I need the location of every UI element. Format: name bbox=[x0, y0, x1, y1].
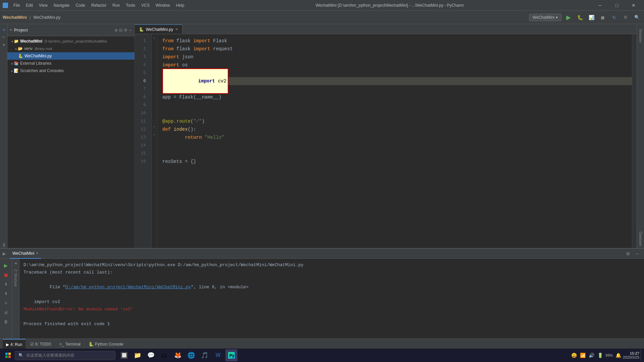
menu-navigate[interactable]: Navigate bbox=[51, 2, 72, 9]
show-desktop-button[interactable] bbox=[641, 350, 643, 361]
run-again-button[interactable]: ▶ bbox=[2, 261, 10, 269]
taskbar-app-pycharm[interactable]: Py bbox=[225, 349, 237, 361]
debug-button[interactable]: 🐛 bbox=[576, 13, 584, 22]
taskbar-search[interactable]: 🔍 在这里输入你要搜索的内容 bbox=[15, 351, 115, 360]
code-line-3[interactable]: import json bbox=[162, 53, 632, 61]
sidebar-structure-icon[interactable]: ≡ bbox=[1, 34, 7, 40]
code-line-7[interactable] bbox=[162, 85, 632, 93]
systray-volume[interactable]: 🔊 bbox=[588, 352, 595, 359]
bottom-tab-terminal[interactable]: >_ Terminal bbox=[56, 339, 84, 350]
taskbar-app-cortana[interactable]: 🔲 bbox=[118, 349, 130, 361]
run-print-button[interactable]: 🖨 bbox=[2, 308, 10, 316]
code-line-13[interactable]: return "Hello" bbox=[162, 133, 632, 141]
menu-help[interactable]: Help bbox=[173, 2, 187, 9]
code-line-15[interactable] bbox=[162, 149, 632, 158]
settings-icon-panel[interactable]: ⚙ bbox=[124, 28, 127, 33]
systray-emoji[interactable]: 😀 bbox=[571, 352, 577, 359]
run-soft-wrap-button[interactable]: ≡ bbox=[2, 299, 10, 307]
run-with-coverage-button[interactable]: 📊 bbox=[587, 13, 596, 22]
collapse-all-icon[interactable]: ⊟ bbox=[119, 28, 122, 33]
systray-action-center[interactable]: 🔔 bbox=[615, 352, 622, 359]
search-everywhere-icon[interactable]: 🔍 bbox=[633, 13, 641, 22]
z-structure-label[interactable]: Z: Structure bbox=[13, 268, 18, 288]
bottom-tab-python-console[interactable]: 🐍 Python Console bbox=[85, 339, 127, 350]
sidebar-project-icon[interactable]: P bbox=[1, 27, 7, 33]
code-line-8[interactable]: app = Flask(__name__) bbox=[162, 93, 632, 101]
run-file-link[interactable]: D:/am/hm_python_project/WechatMini/WeCha… bbox=[65, 285, 191, 290]
code-line-16[interactable]: resSets = {} bbox=[162, 158, 632, 166]
menu-tools[interactable]: Tools bbox=[123, 2, 138, 9]
code-line-2[interactable]: from flask import request bbox=[162, 45, 632, 53]
menu-edit[interactable]: Edit bbox=[23, 2, 36, 9]
run-settings-icon[interactable]: ⚙ bbox=[624, 250, 632, 258]
run-tab-wechatmini[interactable]: WeChatMini ✕ bbox=[10, 249, 41, 259]
settings-icon[interactable]: ⚙ bbox=[621, 13, 630, 22]
bottom-tab-run[interactable]: ▶ 4: Run bbox=[3, 339, 25, 350]
start-button[interactable] bbox=[1, 349, 15, 362]
run-tab-close-icon[interactable]: ✕ bbox=[36, 251, 39, 255]
code-line-10[interactable] bbox=[162, 109, 632, 117]
editor-tab-wechatmini[interactable]: 🐍 WeChatMini.py ✕ bbox=[135, 24, 182, 34]
taskbar-app-wechat[interactable]: 💬 bbox=[145, 349, 157, 361]
sidebar-favorites-icon[interactable]: ★ bbox=[1, 42, 7, 48]
run-scroll-up-button[interactable]: ⬆ bbox=[2, 290, 10, 298]
right-tab-structure[interactable]: Structure bbox=[638, 27, 643, 45]
hide-panel-icon[interactable]: ─ bbox=[129, 28, 132, 33]
taskbar-clock[interactable]: 15:27 2020/3/25 bbox=[622, 351, 641, 359]
taskbar-search-placeholder: 在这里输入你要搜索的内容 bbox=[26, 353, 74, 358]
tree-external-libraries[interactable]: ▸ 📚 External Libraries bbox=[7, 60, 135, 67]
tree-root[interactable]: ▾ 📁 WechatMini D:\am\hm_python_project\W… bbox=[7, 38, 135, 45]
taskbar-app-music[interactable]: 🎵 bbox=[199, 349, 211, 361]
stop-button[interactable]: ◼ bbox=[598, 13, 607, 22]
tree-wechatmini-py[interactable]: 🐍 WeChatMini.py bbox=[7, 52, 135, 60]
code-line-9[interactable] bbox=[162, 101, 632, 109]
menu-vcs[interactable]: VCS bbox=[139, 2, 152, 9]
kw-from-1: from bbox=[162, 37, 174, 45]
search-icon: 🔍 bbox=[18, 353, 23, 358]
menu-view[interactable]: View bbox=[36, 2, 50, 9]
taskbar-app-edge[interactable]: 🌐 bbox=[185, 349, 197, 361]
menu-run[interactable]: Run bbox=[110, 2, 122, 9]
menu-file[interactable]: File bbox=[11, 2, 22, 9]
code-line-12[interactable]: def index(): bbox=[162, 125, 632, 133]
tree-venv[interactable]: ▸ 📂 venv library root bbox=[7, 45, 135, 52]
taskbar-app-firefox[interactable]: 🦊 bbox=[172, 349, 184, 361]
tree-scratches[interactable]: ▸ 📝 Scratches and Consoles bbox=[7, 67, 135, 74]
rerun-button[interactable]: ↻ bbox=[610, 13, 619, 22]
code-line-14[interactable] bbox=[162, 141, 632, 149]
run-clear-button[interactable]: 🗑 bbox=[2, 318, 10, 326]
minimize-button[interactable]: ─ bbox=[592, 0, 608, 11]
code-line-5[interactable]: import uuid bbox=[162, 69, 632, 77]
sidebar-database-icon[interactable]: 🗄 bbox=[1, 242, 7, 248]
code-content[interactable]: from flask import Flask from flask impor… bbox=[157, 34, 632, 248]
right-tab-database[interactable]: Database bbox=[638, 230, 643, 248]
run-line-error: ModuleNotFoundError: No module named 'cv… bbox=[23, 306, 640, 313]
z-favorites-icon[interactable]: ★ bbox=[13, 260, 18, 266]
menu-code[interactable]: Code bbox=[73, 2, 88, 9]
run-stop-button[interactable]: ◼ bbox=[2, 271, 10, 279]
run-button[interactable]: ▶ bbox=[564, 13, 573, 22]
run-config-selector[interactable]: WeChatMini ▾ bbox=[529, 14, 561, 21]
systray-battery[interactable]: 🔋 bbox=[597, 352, 603, 359]
code-line-11[interactable]: @app.route("/") bbox=[162, 117, 632, 125]
maximize-button[interactable]: □ bbox=[609, 0, 625, 11]
systray-wifi[interactable]: 📶 bbox=[579, 352, 586, 359]
run-minimize-icon[interactable]: ─ bbox=[633, 250, 641, 258]
bottom-tab-todo[interactable]: ☑ 6: TODO bbox=[27, 339, 55, 350]
tab-close-icon[interactable]: ✕ bbox=[175, 27, 178, 32]
close-button[interactable]: ✕ bbox=[626, 0, 641, 11]
fold-1[interactable]: ▾ bbox=[152, 34, 157, 42]
taskbar-app-explorer[interactable]: 📁 bbox=[131, 349, 144, 361]
code-line-6[interactable]: import cv2 bbox=[162, 77, 632, 85]
kw-import-6: import bbox=[198, 78, 215, 84]
menu-window[interactable]: Window bbox=[153, 2, 173, 9]
taskbar-app-files[interactable]: 🗂 bbox=[158, 349, 170, 361]
fold-12[interactable]: ▾ bbox=[152, 123, 157, 131]
locate-file-icon[interactable]: ⊕ bbox=[114, 28, 118, 33]
fold-13[interactable]: ▾ bbox=[152, 131, 157, 139]
menu-refactor[interactable]: Refactor bbox=[89, 2, 109, 9]
run-scroll-end-button[interactable]: ⬇ bbox=[2, 280, 10, 288]
code-line-1[interactable]: from flask import Flask bbox=[162, 37, 632, 45]
code-line-4[interactable]: import os bbox=[162, 61, 632, 69]
taskbar-app-word[interactable]: W bbox=[212, 349, 224, 361]
